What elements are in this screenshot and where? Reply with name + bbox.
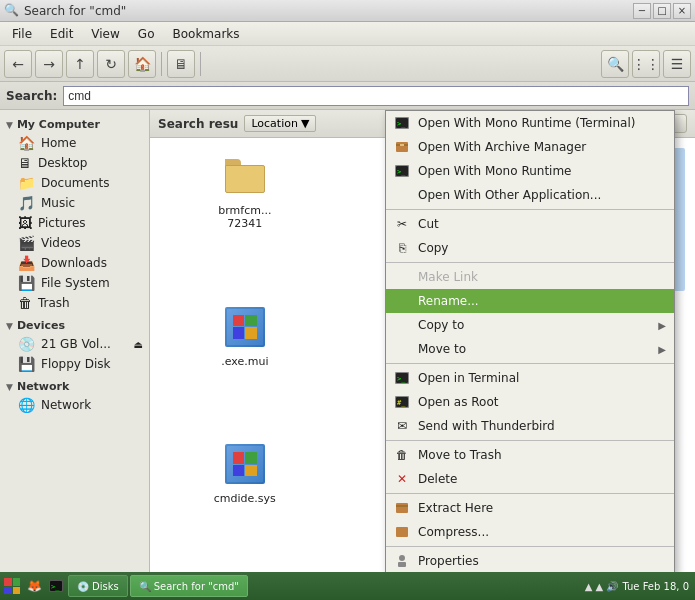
- ctx-send-thunderbird-label: Send with Thunderbird: [418, 419, 555, 433]
- make-link-icon: [394, 269, 410, 285]
- computer-button[interactable]: 🖥: [167, 50, 195, 78]
- sidebar-item-documents[interactable]: 📁 Documents: [0, 173, 149, 193]
- location-dropdown[interactable]: Location ▼: [244, 115, 316, 132]
- menu-bookmarks[interactable]: Bookmarks: [164, 25, 247, 43]
- ctx-copy[interactable]: ⎘ Copy: [386, 236, 674, 260]
- start-icon-3[interactable]: >_: [46, 576, 66, 596]
- file-name-folder: brmfcm...72341: [218, 204, 271, 230]
- ctx-sep-2: [386, 262, 674, 263]
- sidebar-item-21gbvol[interactable]: 💿 21 GB Vol... ⏏: [0, 334, 149, 354]
- ctx-sep-4: [386, 440, 674, 441]
- sidebar-item-music-label: Music: [41, 196, 75, 210]
- ctx-extract[interactable]: Extract Here: [386, 496, 674, 520]
- eject-icon[interactable]: ⏏: [134, 339, 143, 350]
- ctx-send-thunderbird[interactable]: ✉ Send with Thunderbird: [386, 414, 674, 438]
- network-icon: 🌐: [18, 397, 35, 413]
- menu-go[interactable]: Go: [130, 25, 163, 43]
- ctx-open-root[interactable]: #_ Open as Root: [386, 390, 674, 414]
- svg-text:>_: >_: [397, 120, 406, 128]
- downloads-icon: 📥: [18, 255, 35, 271]
- sidebar-item-pictures[interactable]: 🖼 Pictures: [0, 213, 149, 233]
- menu-edit[interactable]: Edit: [42, 25, 81, 43]
- taskbar-search[interactable]: 🔍 Search for "cmd": [130, 575, 248, 597]
- ctx-cut[interactable]: ✂ Cut: [386, 212, 674, 236]
- sidebar-item-filesystem[interactable]: 💾 File System: [0, 273, 149, 293]
- ctx-open-mono[interactable]: >_ Open With Mono Runtime: [386, 159, 674, 183]
- ctx-open-mono-terminal-label: Open With Mono Runtime (Terminal): [418, 116, 635, 130]
- ctx-open-archive[interactable]: Open With Archive Manager: [386, 135, 674, 159]
- file-item-cmdide1[interactable]: cmdide.sys: [160, 436, 330, 566]
- rename-icon: [394, 293, 410, 309]
- ctx-open-other[interactable]: Open With Other Application...: [386, 183, 674, 207]
- sidebar-item-floppy[interactable]: 💾 Floppy Disk: [0, 354, 149, 374]
- toolbar: ← → ↑ ↻ 🏠 🖥 🔍 ⋮⋮ ☰: [0, 46, 695, 82]
- up-button[interactable]: ↑: [66, 50, 94, 78]
- dropdown-arrow-icon: ▼: [301, 117, 309, 130]
- file-thumb-cmdide1: [221, 440, 269, 488]
- close-button[interactable]: ×: [673, 3, 691, 19]
- ctx-compress-label: Compress...: [418, 525, 489, 539]
- sidebar-item-downloads[interactable]: 📥 Downloads: [0, 253, 149, 273]
- ctx-copy-to-label: Copy to: [418, 318, 464, 332]
- zoom-in-button[interactable]: 🔍: [601, 50, 629, 78]
- sidebar-section-network-label: Network: [17, 380, 69, 393]
- sidebar-item-desktop[interactable]: 🖥 Desktop: [0, 153, 149, 173]
- mail-icon: ✉: [394, 418, 410, 434]
- file-name-cmdide1: cmdide.sys: [214, 492, 276, 505]
- ctx-copy-to[interactable]: Copy to ▶: [386, 313, 674, 337]
- ctx-delete[interactable]: ✕ Delete: [386, 467, 674, 491]
- sidebar-section-header-mycomputer[interactable]: ▼ My Computer: [0, 116, 149, 133]
- minimize-button[interactable]: −: [633, 3, 651, 19]
- home-icon: 🏠: [18, 135, 35, 151]
- ctx-compress[interactable]: Compress...: [386, 520, 674, 544]
- archive-icon: [394, 139, 410, 155]
- svg-rect-19: [398, 562, 406, 567]
- home-button[interactable]: 🏠: [128, 50, 156, 78]
- back-button[interactable]: ←: [4, 50, 32, 78]
- menu-file[interactable]: File: [4, 25, 40, 43]
- svg-text:>_: >_: [397, 375, 406, 383]
- refresh-button[interactable]: ↻: [97, 50, 125, 78]
- taskbar-disks[interactable]: 💿 Disks: [68, 575, 128, 597]
- sidebar-item-network[interactable]: 🌐 Network: [0, 395, 149, 415]
- svg-text:#_: #_: [397, 399, 406, 407]
- file-item-exemui[interactable]: .exe.mui: [160, 299, 330, 429]
- sidebar-item-videos[interactable]: 🎬 Videos: [0, 233, 149, 253]
- window-controls: − □ ×: [633, 3, 691, 19]
- forward-button[interactable]: →: [35, 50, 63, 78]
- chevron-down-icon: ▼: [6, 120, 13, 130]
- search-input[interactable]: [63, 86, 689, 106]
- sidebar-section-header-network[interactable]: ▼ Network: [0, 378, 149, 395]
- start-icon-2[interactable]: 🦊: [24, 576, 44, 596]
- ctx-open-mono-terminal[interactable]: >_ Open With Mono Runtime (Terminal): [386, 111, 674, 135]
- taskbar-disks-icon: 💿: [77, 581, 89, 592]
- ctx-open-terminal[interactable]: >_ Open in Terminal: [386, 366, 674, 390]
- sidebar-item-network-label: Network: [41, 398, 91, 412]
- filesystem-icon: 💾: [18, 275, 35, 291]
- svg-text:>_: >_: [397, 168, 406, 176]
- file-item-folder[interactable]: brmfcm...72341: [160, 148, 330, 291]
- sys-icons: ▲ ▲ 🔊: [585, 581, 619, 592]
- list-view-button[interactable]: ☰: [663, 50, 691, 78]
- start-area: 🦊 >_: [2, 576, 66, 596]
- taskbar-search-icon: 🔍: [139, 581, 151, 592]
- ctx-move-to[interactable]: Move to ▶: [386, 337, 674, 361]
- ctx-rename[interactable]: Rename...: [386, 289, 674, 313]
- copy-to-icon: [394, 317, 410, 333]
- start-icon-1[interactable]: [2, 576, 22, 596]
- ctx-rename-label: Rename...: [418, 294, 479, 308]
- taskbar: 🦊 >_ 💿 Disks 🔍 Search for "cmd" ▲ ▲ 🔊 Tu…: [0, 572, 695, 600]
- sidebar-section-header-devices[interactable]: ▼ Devices: [0, 317, 149, 334]
- ctx-sep-5: [386, 493, 674, 494]
- ctx-properties[interactable]: Properties: [386, 549, 674, 573]
- grid-view-button[interactable]: ⋮⋮: [632, 50, 660, 78]
- sidebar-item-home[interactable]: 🏠 Home: [0, 133, 149, 153]
- ctx-move-trash[interactable]: 🗑 Move to Trash: [386, 443, 674, 467]
- sidebar-item-trash[interactable]: 🗑 Trash: [0, 293, 149, 313]
- menu-view[interactable]: View: [83, 25, 127, 43]
- sidebar-item-music[interactable]: 🎵 Music: [0, 193, 149, 213]
- context-menu: >_ Open With Mono Runtime (Terminal) Ope…: [385, 110, 675, 574]
- maximize-button[interactable]: □: [653, 3, 671, 19]
- svg-rect-16: [396, 505, 408, 507]
- extract-icon: [394, 500, 410, 516]
